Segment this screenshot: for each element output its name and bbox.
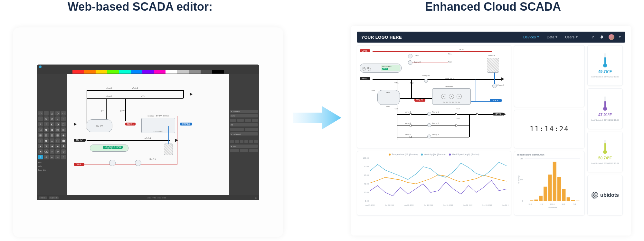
tool-button[interactable]: T [38,122,43,126]
avatar[interactable] [609,34,614,40]
tool-button[interactable]: ▤ [55,127,60,132]
tool-button[interactable]: ⌫ [44,149,49,154]
scada-diagram-card: CP R.I Comp 1 Comp 2 Tr 1 Tr 2 oo oooo o… [357,45,511,148]
right-panel-item[interactable]: color [230,114,258,117]
canvas-tag-blue[interactable]: CT.P.B1 [180,123,192,126]
tool-button[interactable]: ⌄ [55,116,60,121]
canvas-tag-red2[interactable]: CB.R.I [74,163,84,166]
tool-button[interactable]: △ [50,111,54,115]
tool-button[interactable]: ⎀ [61,155,66,159]
tool-grid[interactable]: □○△◇▭↔⊕⊘⌄≡T/◐◑⬚⬡⬢▣▤▥▦▧▨▩◆◇⬟⬠◯⬤▲▼◀▶✚✖⌫⎆↻↺… [38,111,66,159]
tool-button[interactable]: ⊘ [50,116,54,121]
tool-button[interactable]: ⎆ [50,149,54,154]
color-swatch[interactable] [201,70,212,74]
toolbox-label: layer left [38,169,66,171]
tool-button[interactable]: ✚ [61,144,66,148]
tool-button[interactable]: ◐ [50,122,54,126]
svg-text:100.00: 100.00 [363,157,369,159]
tool-button[interactable]: ▨ [50,133,54,137]
help-icon[interactable]: ? [591,35,595,39]
tool-button[interactable]: ⬠ [50,138,54,143]
color-swatch[interactable] [131,70,142,74]
tool-button[interactable]: ◇ [38,138,43,143]
color-swatch[interactable] [96,70,107,74]
chevron-down-icon[interactable] [619,36,621,38]
tool-button[interactable]: ◑ [55,122,60,126]
bell-icon[interactable] [600,35,604,39]
tool-button[interactable]: ↔ [38,116,43,121]
scada-tag-hpt1: HP.T1 [493,113,503,115]
tool-button[interactable]: □ [38,111,43,115]
zoom-indicator[interactable]: ◯ [255,196,257,199]
right-panel-item[interactable]: fill [230,123,258,126]
tool-button[interactable]: ◆ [61,133,66,137]
color-swatch[interactable] [177,70,189,74]
tool-button[interactable]: ▩ [55,133,60,137]
color-swatch-row[interactable] [72,70,224,74]
temp-value: 49.75°F [598,69,612,74]
color-swatch[interactable] [189,70,201,74]
tank-photo-card [514,45,585,107]
legend-item: Wind Speed [mph] (Boston) [449,153,479,156]
color-swatch[interactable] [212,70,224,74]
right-panel-row[interactable] [230,140,258,143]
tool-button[interactable]: ⬡ [38,127,43,132]
tool-button[interactable]: ○ [44,111,49,115]
tool-button[interactable]: ↺ [61,149,66,154]
color-swatch[interactable] [154,70,166,74]
tool-button[interactable]: ◇ [55,111,60,115]
color-swatch[interactable] [119,70,131,74]
svg-text:280: 280 [520,158,524,160]
tool-button[interactable]: ▥ [61,127,66,132]
right-panel-item[interactable]: ▾ opts [230,145,258,148]
svg-text:58.8: 58.8 [562,204,565,205]
canvas-tag-green[interactable]: µPgSQSSoSCB [103,146,123,149]
svg-rect-25 [539,196,543,201]
tool-button[interactable]: ⎁ [55,155,60,159]
svg-text:Apr 29, 2022: Apr 29, 2022 [404,205,414,206]
tool-button[interactable]: ▼ [44,144,49,148]
line-chart-card: Temperature [°F] (Boston)Humidity [%] (B… [357,151,511,216]
editor-canvas[interactable]: µAnA 1 µAnA 2 µAnA 1 p71 p31 µp31 SV SV … [67,74,229,195]
bottom-tab[interactable]: Tab 1 [39,196,47,199]
tool-button[interactable]: ▧ [44,133,49,137]
color-swatch[interactable] [166,70,177,74]
color-swatch[interactable] [107,70,119,74]
tool-button[interactable]: ▣ [50,127,54,132]
tool-button[interactable]: ◀ [50,144,54,148]
editor-panel: □○△◇▭↔⊕⊘⌄≡T/◐◑⬚⬡⬢▣▤▥▦▧▨▩◆◇⬟⬠◯⬤▲▼◀▶✚✖⌫⎆↻↺… [13,27,283,237]
tool-button[interactable]: ✖ [38,149,43,154]
tool-button[interactable]: ⇧ [38,155,43,159]
color-swatch[interactable] [142,70,154,74]
right-panel-item[interactable]: ▾ collapsed [230,132,258,136]
tool-button[interactable]: ◯ [55,138,60,143]
tool-button[interactable]: ⬤ [61,138,66,143]
tool-button[interactable]: ⇩ [44,155,49,159]
tool-button[interactable]: ⬢ [44,127,49,132]
nav-item-users[interactable]: Users [565,35,578,39]
tool-button[interactable]: ⬟ [44,138,49,143]
tool-button[interactable]: ⎌ [50,155,54,159]
nav-item-data[interactable]: Data [547,35,557,39]
temp-card-1: 49.75°F Last Updated: 05/04/2022 10:59 [587,45,623,86]
right-panel-item[interactable]: ▸ selected [230,110,258,113]
color-swatch[interactable] [84,70,96,74]
tool-button[interactable]: ▭ [61,111,66,115]
tool-button[interactable]: ▶ [55,144,60,148]
tool-button[interactable]: ⊕ [44,116,49,121]
tool-button[interactable]: ≡ [61,116,66,121]
tool-button[interactable]: ▦ [38,133,43,137]
bar-chart-card: Temperature distribution 2801400# of rea… [514,151,585,216]
tool-button[interactable]: ▲ [38,144,43,148]
bottom-tab[interactable]: Layer 2 [49,196,59,199]
tool-button[interactable]: ⬚ [61,122,66,126]
brand-name: ubidots [600,192,619,198]
color-swatch[interactable] [72,70,84,74]
svg-text:20.0: 20.0 [529,204,532,205]
tool-button[interactable]: ↻ [55,149,60,154]
canvas-tag-black[interactable]: TBL.M1 [74,139,86,142]
svg-text:60.00: 60.00 [364,174,369,176]
tool-button[interactable]: / [44,122,49,126]
nav-item-devices[interactable]: Devices [523,35,539,39]
canvas-tag-red[interactable]: MV.B1 [125,123,136,126]
